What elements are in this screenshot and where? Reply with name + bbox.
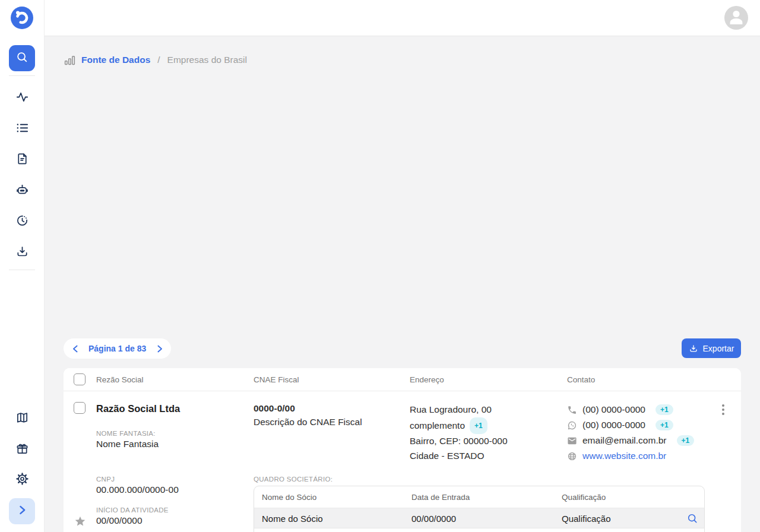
column-header-razao-social: Rezão Social [96, 368, 144, 391]
email-more-badge[interactable]: +1 [677, 435, 695, 446]
column-header-cnae-fiscal: CNAE Fiscal [254, 368, 299, 391]
sidebar-item-robot[interactable] [15, 183, 29, 197]
favorite-star-icon[interactable] [74, 515, 86, 530]
whatsapp-icon [567, 420, 577, 430]
sidebar-item-list[interactable] [15, 121, 29, 135]
list-icon [15, 126, 29, 137]
pagination-label: Página 1 de 83 [86, 344, 148, 353]
quadro-societario-table: Nome do Sócio Data de Entrada Qualificaç… [254, 486, 705, 532]
sidebar-item-gifts[interactable] [15, 442, 29, 455]
cnae-code-value: 0000-0/00 [254, 403, 295, 414]
nome-fantasia-value: Nome Fantasia [96, 439, 159, 449]
logo-icon [10, 6, 34, 30]
user-avatar-icon [724, 5, 748, 31]
quadro-societario-header: Nome do Sócio Data de Entrada Qualificaç… [254, 486, 704, 508]
gift-icon [15, 447, 29, 457]
sidebar-item-history[interactable] [15, 214, 29, 227]
data-entrada-column-header: Data de Entrada [411, 486, 470, 508]
robot-icon [15, 188, 29, 198]
whatsapp-value: (00) 0000-0000 [582, 420, 645, 430]
endereco-cidade-estado: Cidade - ESTADO [410, 449, 508, 464]
sidebar-item-downloads[interactable] [15, 245, 29, 258]
breadcrumb-separator: / [156, 55, 162, 65]
contato-whatsapp-row: (00) 0000-0000+1 [567, 417, 694, 433]
quadro-societario-row: Nome do Sócio 00/00/0000 Qualificação [254, 508, 704, 528]
breadcrumb-link-fonte-de-dados[interactable]: Fonte de Dados [81, 55, 150, 65]
row-actions-menu-button[interactable] [717, 401, 730, 419]
pagination-prev-button[interactable] [70, 343, 81, 354]
contato-telefone-row: (00) 0000-0000+1 [567, 402, 694, 417]
download-icon [689, 344, 698, 353]
topbar [45, 0, 760, 36]
website-link[interactable]: www.website.com.br [582, 451, 666, 461]
sidebar-item-map[interactable] [15, 411, 29, 425]
bar-chart-icon [64, 54, 76, 66]
user-avatar-button[interactable] [724, 6, 748, 30]
email-icon [567, 436, 577, 446]
sidebar [0, 0, 45, 532]
endereco-complemento-line: complemento+1 [410, 417, 508, 435]
email-value: email@email.com.br [582, 435, 667, 446]
contato-block: (00) 0000-0000+1 (00) 0000-0000+1 [567, 402, 694, 464]
column-header-contato: Contato [567, 368, 595, 391]
endereco-more-badge[interactable]: +1 [470, 417, 487, 435]
socio-nome-value: Nome do Sócio [262, 508, 323, 528]
app-root: Fonte de Dados / Empresas do Brasil Pági… [0, 0, 760, 532]
cnpj-label: CNPJ [96, 476, 115, 483]
search-icon [15, 50, 28, 66]
sidebar-expand-button[interactable] [9, 498, 35, 524]
inicio-atividade-value: 00/00/0000 [96, 515, 142, 526]
phone-icon [567, 405, 577, 415]
export-button-label: Exportar [703, 344, 734, 353]
socio-search-button[interactable] [686, 512, 698, 524]
download-icon [15, 250, 29, 260]
razao-social-value: Razão Social Ltda [96, 403, 180, 414]
telefone-value: (00) 0000-0000 [582, 404, 645, 415]
endereco-bairro-cep: Bairro, CEP: 00000-000 [410, 434, 508, 449]
sidebar-item-settings[interactable] [15, 472, 29, 486]
quadro-societario-label: QUADRO SOCIETÁRIO: [254, 476, 332, 483]
app-logo[interactable] [10, 6, 34, 30]
socio-data-entrada-value: 00/00/0000 [411, 508, 456, 528]
telefone-more-badge[interactable]: +1 [656, 404, 673, 415]
endereco-logradouro: Rua Logradouro, 00 [410, 403, 508, 417]
globe-icon [567, 451, 577, 461]
sidebar-divider [9, 75, 35, 76]
export-button[interactable]: Exportar [682, 338, 741, 358]
sidebar-divider [9, 270, 35, 270]
breadcrumb: Fonte de Dados / Empresas do Brasil [64, 53, 247, 66]
table-header: Rezão Social CNAE Fiscal Endereço Contat… [64, 368, 741, 391]
socio-qualificacao-value: Qualificação [562, 508, 611, 528]
row-checkbox[interactable] [74, 402, 86, 414]
activity-icon [15, 96, 29, 106]
whatsapp-more-badge[interactable]: +1 [656, 420, 673, 430]
contato-email-row: email@email.com.br+1 [567, 433, 694, 448]
nome-fantasia-label: NOME FANTASIA: [96, 430, 156, 437]
column-header-endereco: Endereço [410, 368, 444, 391]
gear-icon [15, 477, 29, 487]
sidebar-item-documents[interactable] [15, 152, 29, 166]
contato-website-row: www.website.com.br [567, 448, 694, 464]
history-clock-icon [15, 219, 29, 229]
sidebar-item-search[interactable] [9, 45, 35, 71]
map-icon [15, 416, 29, 426]
sidebar-item-activity[interactable] [15, 90, 29, 104]
breadcrumb-current-page: Empresas do Brasil [167, 55, 247, 65]
select-all-checkbox[interactable] [74, 373, 86, 385]
socio-column-header: Nome do Sócio [262, 486, 316, 508]
pagination-next-button[interactable] [154, 343, 164, 354]
cnpj-value: 00.000.000/0000-00 [96, 484, 179, 495]
qualificacao-column-header: Qualificação [562, 486, 606, 508]
chevron-right-icon [16, 504, 28, 518]
endereco-block: Rua Logradouro, 00 complemento+1 Bairro,… [410, 403, 508, 463]
pagination: Página 1 de 83 [64, 338, 171, 359]
cnae-descricao-value: Descrição do CNAE Fiscal [254, 417, 362, 428]
endereco-complemento: complemento [410, 420, 465, 430]
inicio-atividade-label: INÍCIO DA ATIVIDADE [96, 506, 169, 514]
document-icon [15, 157, 29, 167]
results-table: Rezão Social CNAE Fiscal Endereço Contat… [64, 368, 741, 532]
